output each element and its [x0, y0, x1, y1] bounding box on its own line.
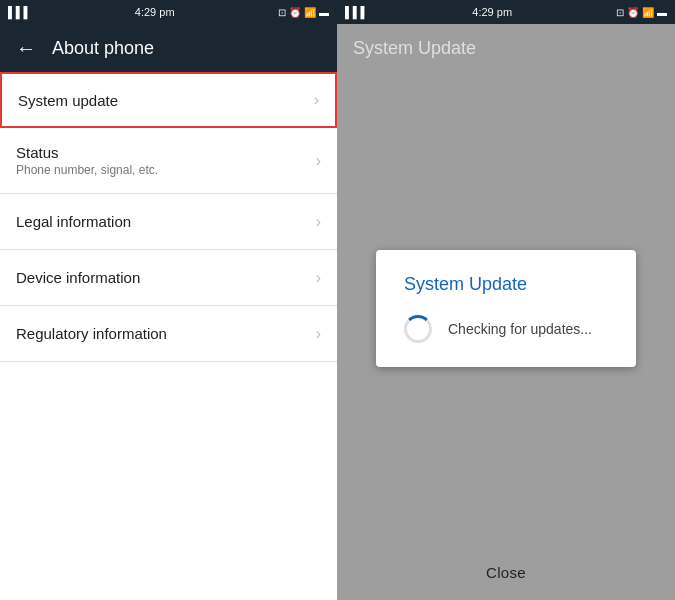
wifi-icon: 📶 [304, 7, 316, 18]
loading-spinner [404, 315, 432, 343]
regulatory-content: Regulatory information [16, 325, 167, 342]
status-subtitle: Phone number, signal, etc. [16, 163, 158, 177]
right-alarm-icon: ⏰ [627, 7, 639, 18]
right-signal-icons: ▌▌▌ [345, 6, 368, 18]
card-title: System Update [404, 274, 608, 295]
menu-item-device[interactable]: Device information › [0, 250, 337, 306]
right-status-icons: ⊡ ⏰ 📶 ▬ [616, 7, 667, 18]
alarm-icon: ⏰ [289, 7, 301, 18]
chevron-icon-device: › [316, 269, 321, 287]
chevron-icon-regulatory: › [316, 325, 321, 343]
menu-item-legal[interactable]: Legal information › [0, 194, 337, 250]
menu-item-status[interactable]: Status Phone number, signal, etc. › [0, 128, 337, 194]
toolbar-left: ← About phone [0, 24, 337, 72]
left-status-icons: ⊡ ⏰ 📶 ▬ [278, 7, 329, 18]
screenshot-icon: ⊡ [278, 7, 286, 18]
right-page-title: System Update [353, 38, 476, 59]
right-signal-icon: ▌▌▌ [345, 6, 368, 18]
right-wifi-icon: 📶 [642, 7, 654, 18]
right-screenshot-icon: ⊡ [616, 7, 624, 18]
right-content: System Update Checking for updates... [337, 72, 675, 544]
toolbar-right: System Update [337, 24, 675, 72]
left-signal-icons: ▌▌▌ [8, 6, 31, 18]
right-time: 4:29 pm [472, 6, 512, 18]
status-bar-left: ▌▌▌ 4:29 pm ⊡ ⏰ 📶 ▬ [0, 0, 337, 24]
menu-item-regulatory[interactable]: Regulatory information › [0, 306, 337, 362]
regulatory-title: Regulatory information [16, 325, 167, 342]
device-content: Device information [16, 269, 140, 286]
close-button[interactable]: Close [462, 556, 550, 589]
legal-title: Legal information [16, 213, 131, 230]
status-bar-right: ▌▌▌ 4:29 pm ⊡ ⏰ 📶 ▬ [337, 0, 675, 24]
battery-icon: ▬ [319, 7, 329, 18]
left-panel: ▌▌▌ 4:29 pm ⊡ ⏰ 📶 ▬ ← About phone System… [0, 0, 337, 600]
status-title: Status [16, 144, 158, 161]
system-update-title: System update [18, 92, 118, 109]
system-update-content: System update [18, 92, 118, 109]
signal-icon: ▌▌▌ [8, 6, 31, 18]
page-title: About phone [52, 38, 154, 59]
status-content: Status Phone number, signal, etc. [16, 144, 158, 177]
legal-content: Legal information [16, 213, 131, 230]
left-time: 4:29 pm [135, 6, 175, 18]
checking-text: Checking for updates... [448, 321, 592, 337]
card-body: Checking for updates... [404, 315, 608, 343]
menu-list: System update › Status Phone number, sig… [0, 72, 337, 600]
device-title: Device information [16, 269, 140, 286]
menu-item-system-update[interactable]: System update › [0, 72, 337, 128]
right-panel: ▌▌▌ 4:29 pm ⊡ ⏰ 📶 ▬ System Update System… [337, 0, 675, 600]
right-bottom: Close [337, 544, 675, 600]
chevron-icon-status: › [316, 152, 321, 170]
chevron-icon-legal: › [316, 213, 321, 231]
back-button[interactable]: ← [16, 37, 36, 60]
right-battery-icon: ▬ [657, 7, 667, 18]
update-card: System Update Checking for updates... [376, 250, 636, 367]
chevron-icon-system-update: › [314, 91, 319, 109]
